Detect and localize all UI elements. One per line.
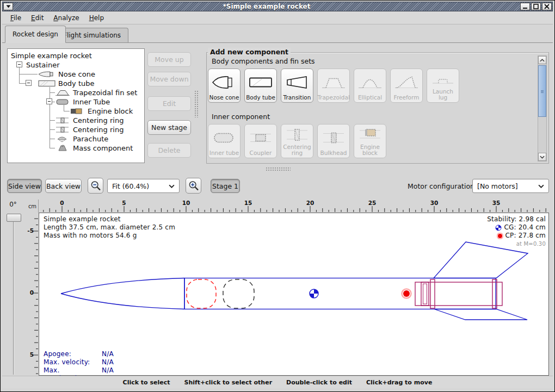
trapezoidal-fin-icon bbox=[321, 70, 346, 95]
minimize-icon bbox=[522, 4, 528, 9]
inner-tube-icon bbox=[212, 126, 237, 150]
cp-legend-icon bbox=[497, 233, 503, 239]
vertical-splitter-handle[interactable] bbox=[194, 90, 199, 117]
tab-rocket-design-label: Rocket design bbox=[13, 30, 58, 38]
zoom-in-button[interactable] bbox=[186, 178, 201, 194]
add-launch-lug-button[interactable]: Launch lug bbox=[427, 69, 459, 103]
cp-marker bbox=[402, 289, 411, 298]
menu-edit[interactable]: Edit bbox=[26, 13, 48, 23]
body-tube-shape[interactable] bbox=[184, 278, 496, 309]
tree-item-mass-component[interactable]: Mass component bbox=[55, 144, 133, 153]
minimize-button[interactable] bbox=[520, 3, 530, 10]
flight-row: Apogee:N/A bbox=[44, 350, 114, 358]
centering-ring-icon bbox=[55, 126, 70, 133]
tree-item-sustainer[interactable]: Sustainer bbox=[26, 60, 60, 70]
move-down-button[interactable]: Move down bbox=[147, 72, 191, 86]
add-centering-ring-button[interactable]: Centering ring bbox=[281, 124, 313, 158]
new-stage-button[interactable]: New stage bbox=[147, 120, 191, 135]
window-menu-button[interactable] bbox=[3, 3, 13, 10]
coupler-icon bbox=[248, 126, 273, 150]
tab-flight-simulations[interactable]: Flight simulations bbox=[55, 28, 128, 42]
stage-1-button[interactable]: Stage 1 bbox=[211, 179, 240, 193]
tree-item-label: Centering ring bbox=[73, 126, 124, 134]
add-trapezoidal-fin-button[interactable]: Trapezoidal bbox=[317, 69, 350, 103]
component-tree[interactable]: Simple example rocket Sustainer Nose con… bbox=[7, 48, 145, 163]
centering-ring-icon bbox=[285, 126, 310, 144]
new-stage-label: New stage bbox=[151, 123, 187, 132]
centering-ring-shape[interactable] bbox=[430, 279, 435, 308]
tree-item-rocket[interactable]: Simple example rocket bbox=[11, 51, 92, 60]
button-label: Elliptical bbox=[358, 95, 382, 101]
edit-label: Edit bbox=[163, 99, 176, 108]
engine-block-shape[interactable] bbox=[421, 282, 429, 306]
mass-component-shape[interactable] bbox=[223, 279, 254, 308]
add-elliptical-fin-button[interactable]: Elliptical bbox=[354, 69, 386, 103]
tree-item-engine-block[interactable]: Engine block bbox=[70, 107, 133, 116]
menu-analyze[interactable]: Analyze bbox=[48, 13, 84, 23]
tree-connector bbox=[19, 83, 26, 84]
rocket-view-canvas[interactable]: Simple example rocket Length 37.5 cm, ma… bbox=[39, 213, 549, 376]
tree-connector bbox=[64, 111, 70, 111]
tree-item-centering-ring-1[interactable]: Centering ring bbox=[55, 116, 124, 125]
tree-item-inner-tube[interactable]: Inner Tube bbox=[55, 97, 110, 107]
menu-file[interactable]: File bbox=[5, 13, 26, 23]
body-components-label: Body components and fin sets bbox=[212, 57, 315, 65]
add-freeform-fin-button[interactable]: Freeform bbox=[390, 69, 423, 103]
expander-inner-tube[interactable] bbox=[46, 98, 52, 104]
parachute-icon bbox=[55, 135, 70, 142]
rotation-slider-track[interactable] bbox=[13, 214, 14, 375]
motor-configuration-select[interactable]: [No motors] bbox=[472, 179, 549, 193]
parachute-shape[interactable] bbox=[187, 279, 216, 308]
tree-item-fin-set[interactable]: Trapezoidal fin set bbox=[55, 88, 137, 97]
close-button[interactable] bbox=[542, 3, 552, 10]
edit-button[interactable]: Edit bbox=[147, 96, 191, 111]
add-coupler-button[interactable]: Coupler bbox=[244, 124, 277, 158]
move-up-button[interactable]: Move up bbox=[147, 52, 191, 67]
tree-item-body-tube[interactable]: Body tube bbox=[38, 79, 95, 88]
tab-rocket-design[interactable]: Rocket design bbox=[5, 26, 66, 43]
maximize-button[interactable] bbox=[531, 3, 541, 10]
expander-sustainer[interactable] bbox=[16, 61, 22, 67]
zoom-select[interactable]: Fit (60.4%) bbox=[107, 179, 180, 193]
centering-ring-shape[interactable] bbox=[492, 279, 497, 308]
scroll-down-button[interactable] bbox=[538, 153, 546, 161]
nose-cone-shape[interactable] bbox=[61, 278, 184, 309]
flight-row: Max. velocity:N/A bbox=[44, 358, 114, 366]
launch-lug-icon bbox=[430, 70, 455, 89]
tree-connector bbox=[50, 120, 55, 121]
back-view-button[interactable]: Back view bbox=[45, 179, 82, 193]
zoom-out-button[interactable] bbox=[88, 178, 103, 194]
button-label: Launch lug bbox=[428, 89, 458, 101]
tree-item-parachute[interactable]: Parachute bbox=[55, 134, 108, 144]
tree-item-nose-cone[interactable]: Nose cone bbox=[38, 70, 95, 79]
add-nose-cone-button[interactable]: Nose cone bbox=[208, 69, 240, 103]
tree-item-label: Centering ring bbox=[73, 116, 124, 125]
tree-item-label: Engine block bbox=[88, 107, 133, 115]
tree-connector bbox=[50, 129, 55, 130]
button-label: Bulkhead bbox=[320, 150, 347, 156]
bulkhead-icon bbox=[321, 126, 346, 150]
component-scrollbar[interactable] bbox=[538, 55, 547, 161]
motor-configuration-label: Motor configuration: bbox=[408, 182, 477, 190]
add-body-tube-button[interactable]: Body tube bbox=[244, 69, 277, 103]
add-engine-block-button[interactable]: Engine block bbox=[354, 124, 386, 158]
scrollbar-thumb[interactable] bbox=[538, 65, 546, 117]
expander-body-tube[interactable] bbox=[26, 80, 32, 86]
engine-block-icon bbox=[70, 108, 84, 115]
tree-item-label: Body tube bbox=[58, 79, 95, 88]
chevron-down-icon bbox=[538, 184, 544, 188]
fin-lower-shape[interactable] bbox=[434, 309, 527, 320]
side-view-button[interactable]: Side view bbox=[7, 179, 42, 193]
add-inner-tube-button[interactable]: Inner tube bbox=[208, 124, 240, 158]
maximize-icon bbox=[533, 4, 539, 9]
scroll-up-button[interactable] bbox=[538, 56, 546, 64]
menu-help[interactable]: Help bbox=[84, 13, 109, 23]
add-bulkhead-button[interactable]: Bulkhead bbox=[317, 124, 350, 158]
add-transition-button[interactable]: Transition bbox=[281, 69, 313, 103]
inner-tube-shape[interactable] bbox=[415, 282, 502, 306]
tree-item-centering-ring-2[interactable]: Centering ring bbox=[55, 125, 124, 134]
horizontal-splitter-handle[interactable] bbox=[266, 167, 291, 172]
rotation-slider-handle[interactable] bbox=[7, 214, 21, 222]
delete-button[interactable]: Delete bbox=[147, 143, 191, 158]
window-title: *Simple example rocket bbox=[14, 3, 520, 10]
